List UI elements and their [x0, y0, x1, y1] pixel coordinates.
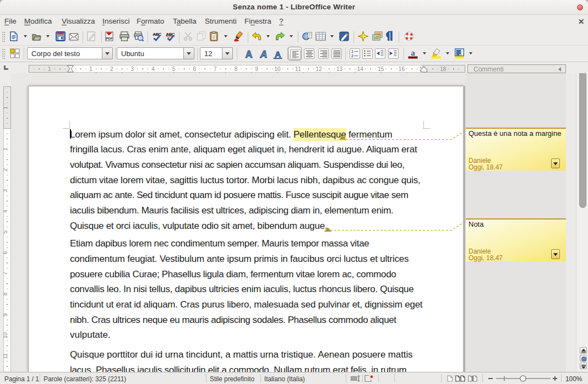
svg-text:3: 3 — [131, 65, 134, 72]
svg-text:9: 9 — [255, 65, 258, 72]
svg-text:*: * — [370, 375, 373, 382]
svg-text:1: 1 — [89, 65, 92, 72]
svg-text:15: 15 — [378, 65, 384, 72]
svg-text:6: 6 — [193, 65, 196, 72]
svg-text:2: 2 — [351, 54, 353, 58]
svg-text:13: 13 — [336, 65, 343, 72]
svg-text:8: 8 — [235, 65, 238, 72]
svg-text:7: 7 — [214, 65, 217, 72]
svg-text:5: 5 — [172, 65, 176, 72]
svg-text:A: A — [260, 49, 268, 59]
svg-text:2: 2 — [110, 65, 113, 72]
svg-text:11: 11 — [295, 65, 301, 72]
svg-text:16: 16 — [399, 65, 405, 72]
svg-text:a: a — [411, 48, 415, 57]
svg-text:PDF: PDF — [106, 36, 113, 40]
svg-text:4: 4 — [151, 65, 155, 72]
svg-text:10: 10 — [274, 65, 281, 72]
svg-text:A: A — [246, 49, 253, 59]
svg-text:12: 12 — [315, 65, 322, 72]
svg-text:14: 14 — [357, 65, 364, 72]
svg-text:1: 1 — [351, 50, 353, 53]
svg-text:ABC: ABC — [153, 32, 161, 37]
svg-text:A: A — [275, 50, 281, 59]
svg-text:18: 18 — [440, 65, 447, 72]
svg-text:1: 1 — [48, 65, 51, 72]
